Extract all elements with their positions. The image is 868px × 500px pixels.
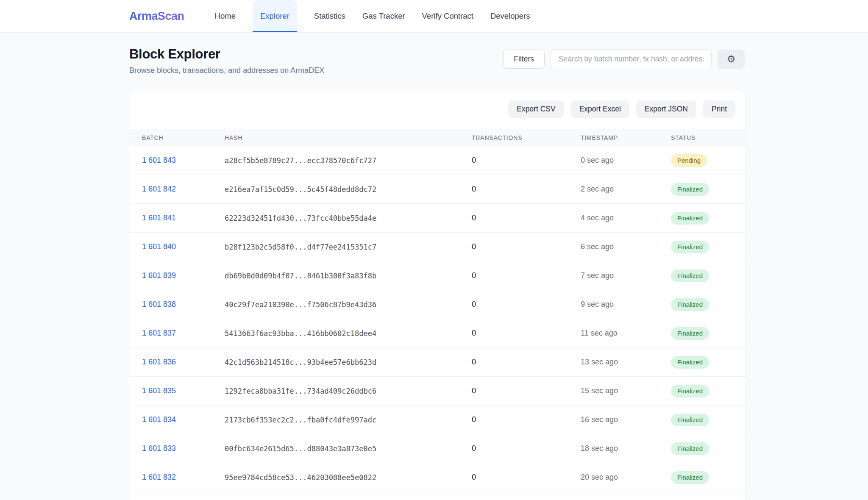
nav-item-label: Statistics: [314, 11, 345, 21]
table-row: 1 601 838 40c29f7ea210390e...f7506c87b9e…: [129, 290, 745, 319]
table-row: 1 601 831 388d48a86fc941c3...891549d4414…: [129, 492, 745, 500]
transactions-cell: 0: [472, 358, 581, 367]
page-header-text: Block Explorer Browse blocks, transactio…: [129, 47, 324, 75]
column-header-timestamp: Timestamp: [581, 134, 671, 141]
transactions-cell: 0: [472, 156, 581, 165]
table-row: 1 601 833 00fbc634e2615d65...d88043e3a87…: [129, 434, 745, 463]
table-row: 1 601 836 42c1d563b214518c...93b4ee57e6b…: [129, 348, 745, 377]
status-badge: Finalized: [671, 471, 709, 484]
table-row: 1 601 840 b28f123b2c5d58f0...d4f77ee2415…: [129, 233, 745, 261]
export-button[interactable]: Export CSV: [508, 100, 564, 118]
page-subtitle: Browse blocks, transactions, and address…: [129, 66, 324, 75]
export-button[interactable]: Export Excel: [571, 100, 629, 118]
timestamp-cell: 2 sec ago: [581, 185, 671, 194]
hash-cell: 40c29f7ea210390e...f7506c87b9e43d36: [225, 300, 472, 309]
status-badge: Finalized: [671, 356, 709, 369]
status-cell: Finalized: [671, 298, 732, 311]
batch-cell: 1 601 841: [142, 214, 225, 222]
status-badge: Finalized: [671, 298, 709, 311]
batch-number-link[interactable]: 1 601 843: [142, 156, 176, 164]
settings-button[interactable]: ⚙: [718, 50, 745, 69]
batch-number-link[interactable]: 1 601 834: [142, 415, 176, 424]
hash-cell: 95ee9784cd58ce53...46203088ee5e0822: [225, 473, 472, 482]
transactions-cell: 0: [472, 214, 581, 222]
batch-number-link[interactable]: 1 601 835: [142, 386, 176, 395]
hash-cell: 5413663f6ac93bba...416bb0602c18dee4: [225, 329, 472, 338]
status-cell: Finalized: [671, 212, 732, 225]
status-cell: Finalized: [671, 241, 732, 253]
status-cell: Finalized: [671, 327, 732, 340]
nav-item[interactable]: Home: [215, 0, 236, 32]
batch-number-link[interactable]: 1 601 837: [142, 329, 176, 337]
batch-number-link[interactable]: 1 601 839: [142, 271, 176, 280]
batch-cell: 1 601 843: [142, 156, 225, 165]
timestamp-cell: 20 sec ago: [581, 473, 671, 482]
gear-icon: ⚙: [727, 54, 736, 64]
status-cell: Finalized: [671, 269, 732, 282]
table-row: 1 601 841 62223d32451fd430...73fcc40bbe5…: [129, 204, 745, 233]
search-input[interactable]: [551, 49, 712, 69]
timestamp-cell: 13 sec ago: [581, 358, 671, 367]
batch-number-link[interactable]: 1 601 832: [142, 473, 176, 481]
hash-cell: e216ea7af15c0d59...5c45f48dedd8dc72: [225, 185, 472, 194]
status-cell: Finalized: [671, 471, 732, 484]
transactions-cell: 0: [472, 185, 581, 194]
timestamp-cell: 15 sec ago: [581, 386, 671, 395]
top-navigation: ArmaScan Home Explorer Statistics Gas Tr…: [0, 0, 868, 32]
batch-cell: 1 601 834: [142, 415, 225, 424]
brand-logo[interactable]: ArmaScan: [129, 10, 184, 23]
hash-cell: 2173cb6f353ec2c2...fba0fc4dfe997adc: [225, 416, 472, 424]
batch-number-link[interactable]: 1 601 842: [142, 185, 176, 193]
filters-button[interactable]: Filters: [503, 50, 545, 69]
export-bar: Export CSV Export Excel Export JSON Prin…: [129, 91, 745, 129]
nav-item[interactable]: Verify Contract: [422, 0, 473, 32]
status-cell: Finalized: [671, 442, 732, 455]
nav-item[interactable]: Explorer: [253, 0, 297, 32]
page-header: Block Explorer Browse blocks, transactio…: [129, 47, 745, 75]
table-row: 1 601 843 a28cf5b5e8789c27...ecc378570c6…: [129, 146, 745, 175]
status-cell: Finalized: [671, 356, 732, 369]
hash-cell: 62223d32451fd430...73fcc40bbe55da4e: [225, 214, 472, 222]
nav-item[interactable]: Gas Tracker: [362, 0, 405, 32]
batch-number-link[interactable]: 1 601 836: [142, 358, 176, 366]
export-button[interactable]: Export JSON: [636, 100, 696, 118]
batch-cell: 1 601 838: [142, 300, 225, 309]
batch-cell: 1 601 842: [142, 185, 225, 194]
status-cell: Finalized: [671, 183, 732, 196]
table-row: 1 601 832 95ee9784cd58ce53...46203088ee5…: [129, 463, 745, 492]
batch-cell: 1 601 833: [142, 444, 225, 453]
status-badge: Finalized: [671, 442, 709, 455]
table-row: 1 601 842 e216ea7af15c0d59...5c45f48dedd…: [129, 175, 745, 204]
batch-number-link[interactable]: 1 601 841: [142, 214, 176, 222]
nav-item[interactable]: Developers: [490, 0, 530, 32]
nav-item-label: Gas Tracker: [362, 11, 405, 21]
status-badge: Finalized: [671, 212, 709, 225]
timestamp-cell: 0 sec ago: [581, 156, 671, 165]
batch-number-link[interactable]: 1 601 838: [142, 300, 176, 308]
nav-item-label: Home: [215, 11, 236, 21]
hash-cell: 42c1d563b214518c...93b4ee57e6bb623d: [225, 358, 472, 367]
status-badge: Finalized: [671, 414, 709, 426]
table-row: 1 601 834 2173cb6f353ec2c2...fba0fc4dfe9…: [129, 406, 745, 434]
batch-cell: 1 601 837: [142, 329, 225, 338]
table-row: 1 601 837 5413663f6ac93bba...416bb0602c1…: [129, 319, 745, 348]
timestamp-cell: 9 sec ago: [581, 300, 671, 309]
export-button[interactable]: Print: [703, 100, 735, 118]
hash-cell: a28cf5b5e8789c27...ecc378570c6fc727: [225, 156, 472, 165]
table-row: 1 601 835 1292feca8bba31fe...734ad409c26…: [129, 377, 745, 406]
status-badge: Pending: [671, 154, 707, 167]
transactions-cell: 0: [472, 300, 581, 309]
batch-cell: 1 601 840: [142, 242, 225, 251]
nav-item[interactable]: Statistics: [314, 0, 345, 32]
nav-item-label: Verify Contract: [422, 11, 473, 21]
batch-cell: 1 601 836: [142, 358, 225, 367]
column-header-hash: Hash: [225, 134, 472, 141]
batch-number-link[interactable]: 1 601 840: [142, 242, 176, 251]
status-badge: Finalized: [671, 327, 709, 340]
batch-number-link[interactable]: 1 601 833: [142, 444, 176, 453]
status-badge: Finalized: [671, 385, 709, 397]
transactions-cell: 0: [472, 271, 581, 280]
transactions-cell: 0: [472, 444, 581, 453]
hash-cell: b28f123b2c5d58f0...d4f77ee2415351c7: [225, 243, 472, 251]
transactions-cell: 0: [472, 242, 581, 251]
